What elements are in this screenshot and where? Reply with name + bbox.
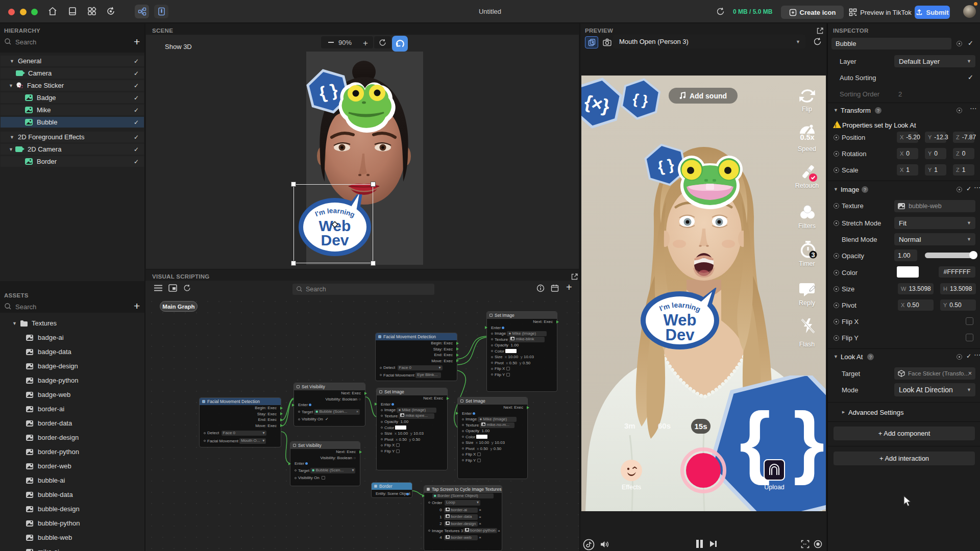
svg-text:{ }: { } (631, 91, 649, 109)
svg-text:Dev: Dev (666, 326, 695, 344)
svg-text:Dev: Dev (321, 232, 349, 248)
svg-text:0.5x: 0.5x (800, 133, 814, 141)
svg-text:3: 3 (811, 251, 815, 259)
